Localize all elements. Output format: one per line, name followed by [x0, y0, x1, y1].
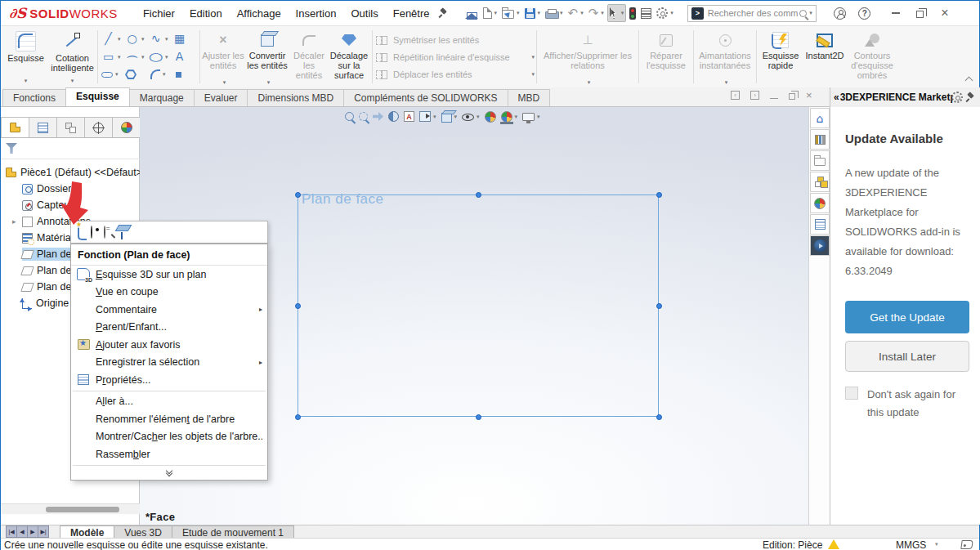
appearances-scenes-tab[interactable]	[810, 193, 830, 213]
dropdown-arrow-icon[interactable]: ▾	[725, 79, 728, 86]
plane-handle[interactable]	[476, 192, 481, 198]
doc-close-icon[interactable]: ×	[806, 91, 812, 100]
collapse-panel-icon[interactable]: «	[834, 92, 839, 103]
menu-item-parent-enfant[interactable]: Parent/Enfant...	[71, 319, 267, 337]
dropdown-arrow-icon[interactable]: ▾	[165, 36, 168, 42]
pin-menu-icon[interactable]	[439, 8, 449, 18]
tree-horizontal-scrollbar[interactable]	[1, 503, 140, 514]
plane-handle[interactable]	[656, 192, 662, 198]
plane-handle[interactable]	[295, 414, 301, 420]
tab-complements[interactable]: Compléments de SOLIDWORKS	[343, 89, 508, 106]
dropdown-arrow-icon[interactable]: ▾	[223, 79, 226, 86]
select-cursor-button[interactable]: ▾	[607, 4, 627, 22]
tab-etude-mouvement[interactable]: Etude de mouvement 1	[172, 525, 294, 538]
polygon-tool-button[interactable]	[125, 69, 149, 79]
menu-item-rassembler[interactable]: Rassembler	[71, 445, 267, 463]
view-palette-tab[interactable]	[810, 172, 830, 192]
marketplace-panel-header[interactable]: « 3DEXPERIENCE Marketp	[830, 87, 980, 107]
fillet-tool-button[interactable]: ▾	[149, 69, 172, 79]
units-label[interactable]: MMGS	[896, 539, 926, 550]
menu-fenêtre[interactable]: Fenêtre	[386, 4, 437, 23]
display-style-button[interactable]: ▾	[441, 109, 459, 124]
plane-handle[interactable]	[656, 414, 662, 420]
dropdown-arrow-icon[interactable]: ▾	[267, 79, 271, 86]
tab-dimxpert-manager[interactable]	[84, 117, 113, 137]
undo-button[interactable]: ↶▾	[566, 4, 585, 22]
sketch-button[interactable]: Esquisse▾	[2, 28, 49, 86]
search-dropdown-icon[interactable]: ▾	[809, 10, 812, 16]
line-tool-button[interactable]: ╱▾	[101, 32, 125, 46]
menu-outils[interactable]: Outils	[343, 4, 385, 23]
scrollbar-thumb[interactable]	[46, 507, 119, 512]
dropdown-arrow-icon[interactable]: ▾	[531, 71, 535, 78]
minimize-button[interactable]	[884, 3, 908, 23]
dropdown-arrow-icon[interactable]: ▾	[560, 10, 563, 16]
get-update-button[interactable]: Get the Update	[845, 301, 969, 333]
rapid-sketch-button[interactable]: Esquisse rapide	[758, 28, 803, 86]
menu-item-commentaire[interactable]: Commentaire▸	[71, 301, 267, 319]
print-button[interactable]: ▾	[544, 5, 565, 21]
view-orientation-button[interactable]: ▾	[418, 110, 437, 123]
menu-item-vue-en-coupe[interactable]: Vue en coupe	[71, 284, 267, 302]
menu-item-renommer[interactable]: Renommer l'élément de l'arbre	[71, 410, 267, 428]
convert-entities-button[interactable]: Convertir les entités▾	[244, 28, 290, 86]
design-library-tab[interactable]	[810, 129, 830, 150]
panel-settings-gear-icon[interactable]	[951, 92, 963, 103]
text-tool-button[interactable]: A	[172, 50, 196, 64]
sketch-picture-tool-button[interactable]: ▦	[172, 32, 196, 46]
dropdown-arrow-icon[interactable]: ▾	[537, 114, 540, 120]
dropdown-arrow-icon[interactable]: ▾	[588, 79, 591, 86]
zoom-area-button[interactable]	[358, 110, 369, 123]
circle-tool-button[interactable]: ○▾	[125, 32, 149, 46]
next-window-icon[interactable]: ›	[750, 91, 759, 100]
new-document-button[interactable]: ▾	[481, 5, 499, 21]
doc-restore-icon[interactable]	[789, 93, 795, 100]
rebuild-warning-icon[interactable]	[828, 539, 839, 549]
doc-minimize-icon[interactable]	[770, 98, 778, 100]
help-button[interactable]: ?	[852, 3, 877, 23]
instant2d-button[interactable]: Instant2D	[803, 28, 847, 86]
dropdown-arrow-icon[interactable]: ▾	[494, 10, 498, 16]
menu-item-proprietes[interactable]: Propriétés...	[71, 371, 267, 389]
tab-configuration-manager[interactable]	[56, 117, 85, 137]
last-tab-icon[interactable]: ▶|	[38, 525, 49, 538]
restore-button[interactable]	[908, 3, 933, 23]
view-settings-button[interactable]: ▾	[521, 110, 541, 123]
dropdown-arrow-icon[interactable]: ▾	[515, 114, 518, 120]
spline-tool-button[interactable]: ∿▾	[149, 32, 172, 46]
tab-mbd[interactable]: MBD	[508, 89, 551, 106]
rectangle-tool-button[interactable]: ▭▾	[101, 50, 125, 64]
dropdown-arrow-icon[interactable]: ▾	[118, 36, 121, 42]
previous-tab-icon[interactable]: ◀	[16, 525, 28, 538]
save-button[interactable]: ▾	[523, 6, 543, 21]
tab-fonctions[interactable]: Fonctions	[2, 89, 66, 106]
redo-button[interactable]: ↷▾	[587, 4, 606, 22]
rebuild-traffic-light-button[interactable]	[628, 5, 638, 22]
annotation-views-button[interactable]: A	[403, 110, 415, 123]
dropdown-arrow-icon[interactable]: ▾	[433, 114, 436, 120]
menu-fichier[interactable]: Fichier	[136, 4, 182, 23]
install-later-button[interactable]: Install Later	[845, 341, 969, 372]
custom-properties-tab[interactable]	[810, 214, 830, 235]
dont-ask-checkbox[interactable]	[845, 387, 858, 400]
smart-dimension-button[interactable]: Cotation intelligente▾	[49, 28, 96, 86]
offset-on-surface-button[interactable]: Décalage sur la surface	[328, 28, 370, 86]
menu-item-aller-a[interactable]: Aller à...	[71, 393, 267, 411]
plane-handle[interactable]	[295, 192, 301, 198]
dropdown-arrow-icon[interactable]: ▾	[621, 10, 624, 16]
dropdown-arrow-icon[interactable]: ▾	[517, 10, 520, 16]
menu-affichage[interactable]: Affichage	[230, 4, 289, 23]
home-button[interactable]	[464, 5, 480, 21]
zoom-to-selection-button[interactable]	[104, 226, 105, 238]
account-button[interactable]	[828, 3, 852, 23]
zoom-fit-button[interactable]	[344, 110, 355, 123]
dropdown-arrow-icon[interactable]: ▾	[118, 54, 121, 60]
tab-dimensions-mbd[interactable]: Dimensions MBD	[247, 89, 344, 106]
dropdown-arrow-icon[interactable]: ▾	[531, 54, 535, 60]
dropdown-arrow-icon[interactable]: ▾	[141, 36, 145, 42]
expand-arrow-icon[interactable]: ▸	[12, 217, 16, 226]
collapse-ribbon-icon[interactable]	[965, 75, 973, 83]
point-tool-button[interactable]	[172, 72, 196, 78]
tab-vues-3d[interactable]: Vues 3D	[114, 525, 172, 538]
next-tab-icon[interactable]: ▶	[27, 525, 38, 538]
